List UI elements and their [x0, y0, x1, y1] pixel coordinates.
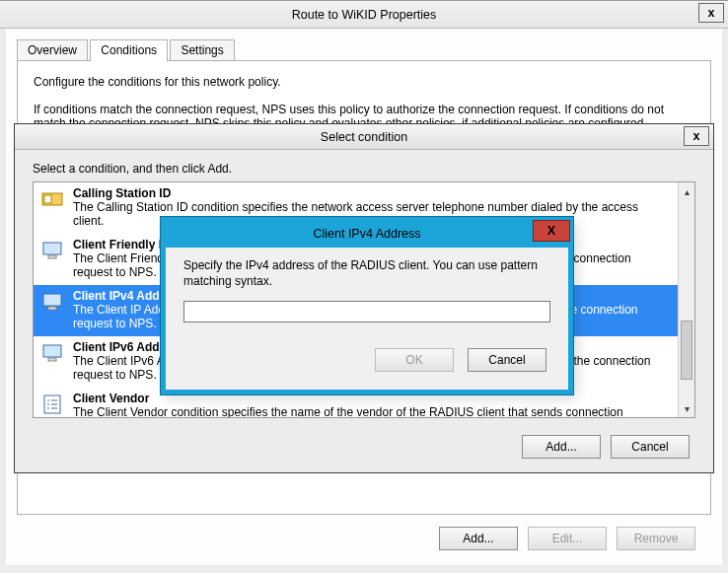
computer-icon [39, 289, 65, 315]
conditions-edit-button[interactable]: Edit... [528, 527, 607, 550]
client-ipv4-dialog: Client IPv4 Address X Specify the IPv4 a… [161, 217, 573, 394]
svg-rect-7 [48, 358, 56, 361]
svg-rect-1 [44, 195, 51, 203]
tab-settings[interactable]: Settings [170, 39, 234, 60]
conditions-add-button[interactable]: Add... [439, 527, 518, 550]
client-ipv4-input[interactable] [183, 301, 550, 322]
checklist-icon [39, 392, 65, 417]
calling-station-id-icon [39, 186, 65, 212]
properties-close-button[interactable]: x [698, 3, 724, 23]
svg-rect-6 [43, 345, 61, 357]
client-ipv4-title: Client IPv4 Address [313, 227, 420, 241]
conditions-intro-1: Configure the conditions for this networ… [34, 75, 694, 89]
computer-icon [39, 340, 65, 366]
svg-rect-5 [48, 307, 56, 310]
list-item-title: Calling Station ID [73, 186, 672, 200]
svg-rect-4 [43, 294, 61, 306]
properties-title: Route to WiKID Properties [292, 8, 437, 22]
scroll-up-icon[interactable]: ▴ [679, 182, 694, 200]
client-ipv4-button-row: OK Cancel [183, 348, 550, 372]
tab-conditions[interactable]: Conditions [90, 39, 168, 61]
computer-icon [39, 238, 65, 263]
select-condition-button-row: Add... Cancel [522, 435, 690, 459]
select-condition-close-button[interactable]: x [684, 126, 709, 146]
scroll-down-icon[interactable]: ▾ [679, 399, 694, 417]
client-ipv4-ok-button[interactable]: OK [375, 348, 454, 372]
select-cancel-button[interactable]: Cancel [611, 435, 690, 459]
properties-titlebar: Route to WiKID Properties x [0, 1, 728, 29]
client-ipv4-prompt: Specify the IPv4 address of the RADIUS c… [183, 257, 550, 289]
scrollbar[interactable]: ▴ ▾ [678, 182, 694, 417]
client-ipv4-titlebar: Client IPv4 Address X [164, 220, 570, 248]
scroll-thumb[interactable] [681, 321, 692, 380]
conditions-button-row: Add... Edit... Remove [439, 527, 695, 550]
svg-rect-3 [48, 255, 56, 258]
select-condition-title: Select condition [321, 130, 407, 144]
select-condition-titlebar: Select condition x [15, 124, 713, 150]
svg-rect-2 [43, 243, 61, 254]
select-condition-prompt: Select a condition, and then click Add. [33, 162, 695, 176]
tab-overview[interactable]: Overview [17, 39, 88, 60]
client-ipv4-cancel-button[interactable]: Cancel [468, 348, 546, 372]
list-item-desc: The Client Vendor condition specifies th… [73, 405, 623, 418]
client-ipv4-close-button[interactable]: X [533, 220, 570, 242]
conditions-remove-button[interactable]: Remove [617, 527, 695, 550]
client-ipv4-body: Specify the IPv4 address of the RADIUS c… [166, 248, 568, 382]
select-add-button[interactable]: Add... [522, 435, 601, 459]
tab-strip: Overview Conditions Settings [17, 39, 721, 61]
